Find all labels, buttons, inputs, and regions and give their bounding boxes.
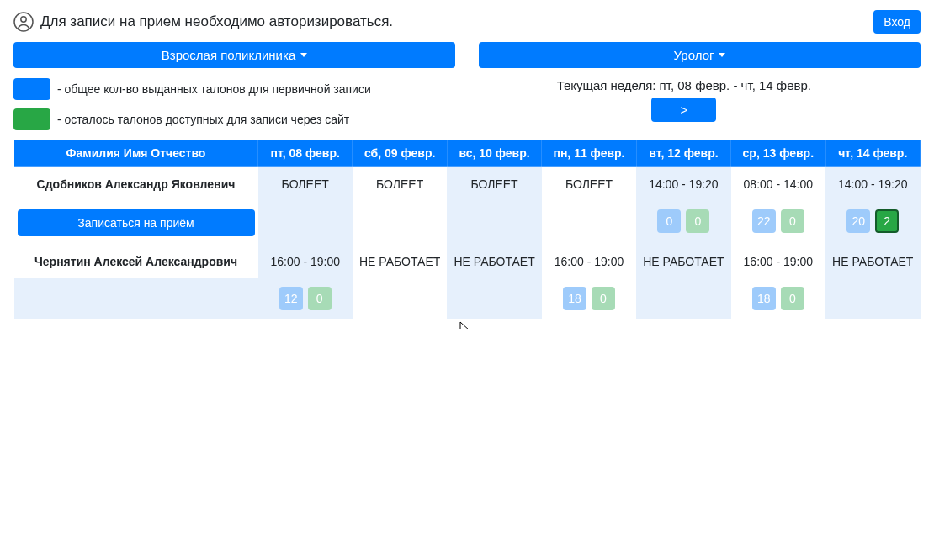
cell-badges: 220	[731, 201, 825, 245]
badge-available: 0	[592, 287, 615, 310]
legend-text-available: - осталось талонов доступных для записи …	[57, 113, 349, 126]
cell-badges: 120	[258, 278, 353, 319]
col-header-day: пн, 11 февр.	[542, 140, 636, 167]
info-row: - общее кол-во выданных талонов для перв…	[13, 78, 921, 130]
badge-total: 18	[563, 287, 586, 310]
badge-available[interactable]: 2	[875, 209, 899, 233]
schedule-table: Фамилия Имя Отчество пт, 08 февр. сб, 09…	[13, 139, 921, 319]
cell-badges	[258, 201, 353, 245]
legend-text-total: - общее кол-во выданных талонов для перв…	[57, 82, 371, 96]
table-row: Записаться на приём00220202	[14, 201, 921, 245]
col-header-day: вс, 10 февр.	[447, 140, 541, 167]
cursor-pointer-icon	[459, 321, 473, 329]
caret-down-icon	[300, 53, 307, 57]
badge-group: 220	[752, 209, 804, 233]
col-header-name: Фамилия Имя Отчество	[14, 140, 258, 167]
cell-status: НЕ РАБОТАЕТ	[825, 245, 920, 278]
user-icon	[13, 12, 34, 32]
hours-text: 16:00 - 19:00	[555, 255, 624, 268]
hours-text: 16:00 - 19:00	[270, 255, 340, 268]
col-header-day: чт, 14 февр.	[825, 140, 920, 167]
status-text: БОЛЕЕТ	[470, 177, 517, 191]
badge-available: 0	[781, 287, 804, 310]
badge-group: 00	[657, 209, 709, 233]
badge-available: 0	[781, 209, 804, 233]
cell-badges: 180	[731, 278, 825, 319]
badge-group: 120	[279, 287, 332, 310]
legend-item-total: - общее кол-во выданных талонов для перв…	[13, 78, 371, 100]
cell-status: НЕ РАБОТАЕТ	[636, 245, 730, 278]
col-header-day: вт, 12 февр.	[636, 140, 730, 167]
cell-hours: 16:00 - 19:00	[731, 245, 825, 278]
doctor-name: Чернятин Алексей Александрович	[14, 245, 258, 278]
auth-notice: Для записи на прием необходимо авторизир…	[40, 13, 393, 30]
cell-badges	[447, 201, 541, 245]
cell-badges	[636, 278, 730, 319]
cell-hours: 14:00 - 19:20	[636, 167, 730, 202]
status-text: БОЛЕЕТ	[282, 177, 329, 191]
top-bar: Для записи на прием необходимо авторизир…	[13, 10, 921, 34]
col-header-day: ср, 13 февр.	[731, 140, 825, 167]
cell-badges: 00	[636, 201, 730, 245]
cell-badges: 202	[825, 201, 920, 245]
doctor-name: Сдобников Александр Яковлевич	[14, 167, 258, 202]
cell-status: БОЛЕЕТ	[258, 167, 353, 202]
cell-badges	[447, 278, 541, 319]
badge-available: 0	[308, 287, 332, 310]
login-button[interactable]: Вход	[873, 10, 921, 34]
hours-text: 08:00 - 14:00	[744, 177, 814, 191]
cell-badges	[825, 278, 920, 319]
cell-status: БОЛЕЕТ	[353, 167, 447, 202]
table-row: Сдобников Александр ЯковлевичБОЛЕЕТБОЛЕЕ…	[14, 167, 921, 202]
cell-hours: 16:00 - 19:00	[542, 245, 636, 278]
cell-hours: 16:00 - 19:00	[258, 245, 353, 278]
table-row: 120180180	[14, 278, 921, 319]
cell-hours: 08:00 - 14:00	[731, 167, 825, 202]
specialty-dropdown-label: Уролог	[674, 48, 714, 62]
cell-badges	[353, 278, 447, 319]
specialty-dropdown[interactable]: Уролог	[479, 42, 921, 68]
cell-badges	[353, 201, 447, 245]
current-week-label: Текущая неделя: пт, 08 февр. - чт, 14 фе…	[557, 78, 811, 92]
clinic-dropdown[interactable]: Взрослая поликлиника	[13, 42, 455, 68]
table-row: Чернятин Алексей Александрович16:00 - 19…	[14, 245, 921, 278]
cell-status: НЕ РАБОТАЕТ	[353, 245, 447, 278]
hours-text: 16:00 - 19:00	[744, 255, 814, 268]
signup-button[interactable]: Записаться на приём	[18, 209, 255, 236]
badge-group: 180	[752, 287, 804, 310]
badge-total: 22	[752, 209, 776, 233]
cell-badges: 180	[542, 278, 636, 319]
caret-down-icon	[719, 53, 725, 57]
legend-item-available: - осталось талонов доступных для записи …	[13, 108, 371, 130]
hours-text: 14:00 - 19:20	[838, 177, 908, 191]
status-text: НЕ РАБОТАЕТ	[359, 255, 440, 268]
badge-total: 18	[752, 287, 776, 310]
status-text: НЕ РАБОТАЕТ	[832, 255, 913, 268]
legend-swatch-green	[13, 108, 50, 130]
col-header-day: сб, 09 февр.	[353, 140, 447, 167]
legend-swatch-blue	[13, 78, 50, 100]
status-text: БОЛЕЕТ	[565, 177, 613, 191]
cell-status: НЕ РАБОТАЕТ	[447, 245, 541, 278]
svg-point-1	[21, 17, 26, 22]
filter-row: Взрослая поликлиника Уролог	[13, 42, 921, 68]
badge-available: 0	[686, 209, 709, 233]
badge-total: 0	[657, 209, 681, 233]
badge-group: 202	[846, 209, 899, 233]
status-text: НЕ РАБОТАЕТ	[643, 255, 724, 268]
status-text: БОЛЕЕТ	[376, 177, 423, 191]
status-text: НЕ РАБОТАЕТ	[454, 255, 534, 268]
cell-badges	[542, 201, 636, 245]
clinic-dropdown-label: Взрослая поликлиника	[162, 48, 295, 62]
badge-group: 180	[563, 287, 615, 310]
empty-cell	[14, 278, 258, 319]
cell-status: БОЛЕЕТ	[542, 167, 636, 202]
week-block: Текущая неделя: пт, 08 февр. - чт, 14 фе…	[557, 78, 921, 122]
cell-hours: 14:00 - 19:20	[825, 167, 920, 202]
next-week-button[interactable]: >	[651, 98, 716, 122]
hours-text: 14:00 - 19:20	[649, 177, 719, 191]
col-header-day: пт, 08 февр.	[258, 140, 353, 167]
badge-total: 20	[846, 209, 870, 233]
legend: - общее кол-во выданных талонов для перв…	[13, 78, 371, 130]
notice-block: Для записи на прием необходимо авторизир…	[13, 12, 393, 32]
